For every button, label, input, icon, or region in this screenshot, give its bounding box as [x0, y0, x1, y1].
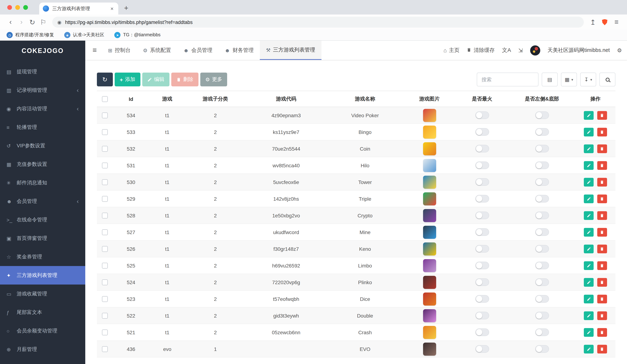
back-icon[interactable]: ‹ [5, 18, 16, 26]
row-delete-button[interactable] [597, 244, 607, 253]
table-row[interactable]: 522 t1 2 gid3t3eywh Double [97, 307, 615, 324]
nav-tab[interactable]: ⚒ 三方游戏列表管理 [260, 41, 321, 60]
row-edit-button[interactable] [584, 261, 594, 270]
url-bar[interactable]: ◉ https://pg-api.timibbs.vip/timibbs.php… [52, 17, 584, 28]
table-row[interactable]: 533 t1 2 ks11ysz9e7 Bingo [97, 124, 615, 140]
table-row[interactable]: 529 t1 2 142v8jz0hs Triple [97, 190, 615, 207]
sidebar-item[interactable]: ☻ 会员管理 ‹ [0, 192, 85, 210]
table-row[interactable]: 526 t1 2 f30gr148z7 Keno [97, 240, 615, 257]
row-delete-button[interactable] [597, 328, 607, 337]
row-edit-button[interactable] [584, 194, 594, 203]
gear-icon[interactable]: ⚙ [617, 47, 622, 53]
table-row[interactable]: 524 t1 2 722020vp6g Plinko [97, 274, 615, 291]
hot-toggle[interactable] [475, 245, 489, 253]
sidebar-item[interactable]: ✳ 邮件消息通知 [0, 173, 85, 192]
sidebar-item[interactable]: ▥ 记录明细管理 ‹ [0, 81, 85, 100]
row-edit-button[interactable] [584, 244, 594, 253]
row-edit-button[interactable] [584, 278, 594, 287]
row-delete-button[interactable] [597, 278, 607, 287]
forward-icon[interactable]: › [16, 18, 27, 26]
fullscreen-icon[interactable]: ⇲ [518, 47, 523, 53]
select-all-checkbox[interactable] [102, 96, 108, 102]
side-bottom-toggle[interactable] [535, 312, 549, 319]
row-edit-button[interactable] [584, 111, 594, 120]
sidebar-item[interactable]: ƒ 尾部富文本 [0, 303, 85, 321]
brave-shield-icon[interactable] [602, 19, 607, 25]
side-bottom-toggle[interactable] [535, 195, 549, 203]
row-checkbox[interactable] [102, 263, 108, 268]
refresh-button[interactable]: ↻ [97, 73, 113, 86]
add-button[interactable]: +添加 [115, 73, 140, 86]
side-bottom-toggle[interactable] [535, 145, 549, 153]
row-edit-button[interactable] [584, 295, 594, 303]
zoom-window-button[interactable] [23, 5, 28, 10]
bookmark-item[interactable]: ➤ TG：@tianmeibbs [114, 32, 160, 38]
nav-tab[interactable]: ☻ 财务管理 [218, 41, 260, 60]
sidebar-item[interactable]: ⊕ 月薪管理 [0, 340, 85, 359]
side-bottom-toggle[interactable] [535, 328, 549, 336]
side-bottom-toggle[interactable] [535, 295, 549, 303]
row-delete-button[interactable] [597, 261, 607, 270]
sidebar-item[interactable]: >_ 在线命令管理 [0, 210, 85, 229]
hot-toggle[interactable] [475, 312, 489, 319]
reload-icon[interactable]: ↻ [27, 18, 38, 26]
close-window-button[interactable] [7, 5, 12, 10]
sidebar-item[interactable]: ○ 会员余额变动管理 [0, 321, 85, 340]
row-delete-button[interactable] [597, 345, 607, 353]
nav-tab[interactable]: ⊞ 控制台 [102, 41, 137, 60]
row-edit-button[interactable] [584, 211, 594, 220]
table-search-button[interactable] [599, 73, 615, 86]
avatar[interactable] [530, 45, 540, 55]
new-tab-button[interactable]: + [124, 4, 128, 12]
side-bottom-toggle[interactable] [535, 345, 549, 353]
row-checkbox[interactable] [102, 196, 108, 202]
header-subcategory[interactable]: 游戏子分类 [185, 91, 245, 107]
bookmark-item[interactable]: ◷ 程序搭建/开发/修复 [6, 32, 54, 38]
side-bottom-toggle[interactable] [535, 128, 549, 136]
search-input[interactable] [477, 73, 538, 86]
site-settings-icon[interactable]: ◉ [57, 19, 61, 25]
side-bottom-toggle[interactable] [535, 245, 549, 253]
row-edit-button[interactable] [584, 311, 594, 320]
toggle-view-button[interactable]: ▤ [542, 73, 558, 86]
hot-toggle[interactable] [475, 278, 489, 286]
row-edit-button[interactable] [584, 161, 594, 170]
hot-toggle[interactable] [475, 195, 489, 203]
row-checkbox[interactable] [102, 129, 108, 135]
row-delete-button[interactable] [597, 178, 607, 186]
nav-tab[interactable]: ☻ 会员管理 [177, 41, 218, 60]
hot-toggle[interactable] [475, 161, 489, 169]
row-edit-button[interactable] [584, 128, 594, 136]
sidebar-item[interactable]: ▣ 首页弹窗管理 [0, 229, 85, 248]
home-link[interactable]: ⌂主页 [444, 47, 460, 54]
row-edit-button[interactable] [584, 144, 594, 153]
hot-toggle[interactable] [475, 295, 489, 303]
sidebar-item[interactable]: ↺ VIP参数设置 [0, 136, 85, 155]
username[interactable]: 天美社区源码网timibbs.net [548, 47, 610, 54]
edit-button[interactable]: 编辑 [142, 73, 169, 86]
bookmark-icon[interactable]: ⚐ [38, 18, 49, 26]
row-delete-button[interactable] [597, 128, 607, 136]
more-button[interactable]: ⚙更多 [200, 73, 227, 86]
columns-button[interactable]: ▦▾ [561, 73, 577, 86]
hot-toggle[interactable] [475, 262, 489, 269]
side-bottom-toggle[interactable] [535, 228, 549, 236]
row-delete-button[interactable] [597, 144, 607, 153]
sidebar-item[interactable]: ▭ 游戏收藏管理 [0, 285, 85, 303]
row-delete-button[interactable] [597, 295, 607, 303]
tab-close-icon[interactable]: × [109, 5, 115, 12]
translate-icon[interactable]: 文A [502, 47, 511, 54]
header-game[interactable]: 游戏 [149, 91, 185, 107]
sidebar-item[interactable]: ✦ 三方游戏列表管理 [0, 266, 85, 285]
collapse-sidebar-icon[interactable]: ≡ [87, 41, 102, 60]
header-code[interactable]: 游戏代码 [245, 91, 327, 107]
row-checkbox[interactable] [102, 112, 108, 118]
table-row[interactable]: 528 t1 2 1e50xbg2vo Crypto [97, 207, 615, 224]
table-row[interactable]: 534 t1 2 4z90epnam3 Video Poker [97, 107, 615, 124]
hot-toggle[interactable] [475, 178, 489, 186]
table-row[interactable]: 523 t1 2 t57eofwqbh Dice [97, 291, 615, 307]
hot-toggle[interactable] [475, 328, 489, 336]
hot-toggle[interactable] [475, 145, 489, 153]
hot-toggle[interactable] [475, 228, 489, 236]
row-delete-button[interactable] [597, 211, 607, 220]
